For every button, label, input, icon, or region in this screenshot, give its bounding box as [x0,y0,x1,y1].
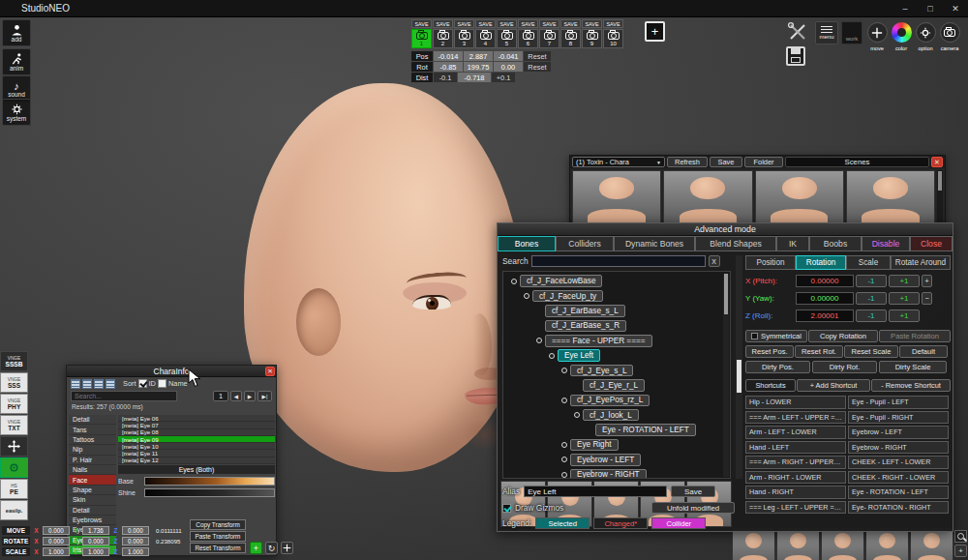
bone-search-input[interactable] [531,255,706,267]
character-thumbnail[interactable] [732,527,775,560]
camera-slot-6[interactable]: 6 [518,29,538,48]
move-gizmo-button[interactable] [281,542,293,554]
quick-save-button[interactable] [786,46,805,66]
symmetrical-toggle[interactable]: Symmetrical [745,330,807,342]
reset-pos-button[interactable]: Reset Pos. [745,345,794,358]
shine-color-bar[interactable] [144,488,275,497]
dirty-rot-button[interactable]: Dirty Rot. [812,361,877,373]
scene-thumbnail[interactable] [846,170,935,223]
mode-tab-rotation[interactable]: Rotation [796,255,846,270]
nav-anim-button[interactable]: anim [2,48,31,75]
reset-rot-button[interactable]: Reset Rot. [795,345,843,358]
category-item[interactable]: Skin [69,495,116,505]
bone-tree-item[interactable]: cf_J_Eye_s_L [570,365,633,377]
shortcut-button[interactable]: Eyebrow - RIGHT [848,441,949,455]
advanced-title[interactable]: Advanced mode [498,223,953,236]
scene-target-dropdown[interactable]: (1) Toxin - Chara▼ [572,157,665,167]
camera-save-button-3[interactable]: SAVE [454,19,474,28]
thumb-add-button[interactable]: + [954,545,967,557]
work-button[interactable]: work [841,21,862,44]
shortcut-button[interactable]: Eye - Pupil - LEFT [848,396,949,409]
scale-y-input[interactable]: 1.000 [82,547,109,556]
shortcut-button[interactable]: === Arm - RIGHT - UPPER === [745,456,846,469]
tab-bones[interactable]: Bones [498,236,556,251]
tool-easilp[interactable]: easilp. [0,500,28,520]
expand-dot-icon[interactable] [536,338,542,343]
camera-save-button-7[interactable]: SAVE [539,19,560,28]
scenes-close-button[interactable]: ✕ [931,157,943,167]
copy-rotation-button[interactable]: Copy Rotation [808,330,878,342]
camera-slot-2[interactable]: 2 [433,29,453,48]
add-keyframe-button[interactable]: + [250,542,262,554]
maximize-button[interactable]: □ [918,1,943,16]
pos-y[interactable]: 2.887 [464,51,493,61]
tab-ik[interactable]: IK [776,236,809,251]
list-item[interactable]: [meta] Eye 12 [118,457,275,464]
rot-reset-button[interactable]: Reset [524,62,551,72]
mode-tab-rotate-around[interactable]: Rotate Around [891,255,951,270]
camera-slot-4[interactable]: 4 [475,29,496,48]
rot-z[interactable]: 0.00 [494,62,523,72]
expand-dot-icon[interactable] [549,353,555,359]
camera-save-button-2[interactable]: SAVE [433,19,453,28]
move-y-input[interactable]: 1.736 [82,526,109,535]
tab-disable[interactable]: Disable [862,236,910,251]
category-item[interactable]: Eyebrows [69,516,116,525]
camera-slot-1[interactable]: 1 [411,29,432,48]
dirty-pos-button[interactable]: Dirty Pos. [745,361,810,373]
move-row-label[interactable]: MOVE [2,526,30,535]
charainfo-close-button[interactable]: ✕ [265,367,275,376]
camera-save-button-1[interactable]: SAVE [411,19,432,28]
shortcut-button[interactable]: CHEEK - RIGHT - LOWER [848,471,949,485]
bone-tree-item[interactable]: cf_J_EarBase_s_R [545,320,626,333]
mode-tab-scale[interactable]: Scale [846,255,891,270]
tab-scenes[interactable]: Scenes [785,157,929,167]
character-thumbnail[interactable] [821,527,864,560]
menu-button[interactable]: menu [815,21,838,44]
shortcut-button[interactable]: === Arm - LEFT - UPPER === [745,411,846,425]
scene-thumbnail[interactable] [755,170,844,223]
y-minus-button[interactable]: -1 [856,292,887,305]
view-grid-icon[interactable] [71,379,80,389]
expand-dot-icon[interactable] [524,293,529,299]
shortcut-button[interactable]: Hand - LEFT [745,441,846,455]
add-shortcut-button[interactable]: + Add Shortcut [797,379,870,392]
camera-save-button-4[interactable]: SAVE [475,19,496,28]
character-thumbnail[interactable] [865,527,909,560]
page-next-button[interactable]: ▶ [244,391,256,401]
tool-hspe[interactable]: HSPE [0,479,28,499]
pos-z[interactable]: -0.041 [494,51,523,61]
tab-close[interactable]: Close [910,236,953,251]
category-header-face[interactable]: Face [69,475,116,485]
move-mode-button[interactable]: move [865,22,889,51]
bone-tree-item-alias[interactable]: Eyebrow - RIGHT [570,469,647,479]
default-button[interactable]: Default [899,345,948,358]
move-z-input[interactable]: 0.000 [122,526,149,535]
shortcut-button[interactable]: Arm - LEFT - LOWER [745,426,846,439]
sort-name-checkbox[interactable] [158,379,166,388]
tab-colliders[interactable]: Colliders [556,236,614,251]
expand-dot-icon[interactable] [561,457,567,462]
x-value-input[interactable]: 0.00000 [796,275,854,287]
remove-shortcut-button[interactable]: - Remove Shortcut [871,379,951,392]
tab-dynamic-bones[interactable]: Dynamic Bones [614,236,695,251]
sort-id-checkbox[interactable] [138,379,147,388]
add-camera-slot-button[interactable]: + [645,21,665,42]
expand-dot-icon[interactable] [511,279,517,284]
category-item[interactable]: P. Hair [69,456,116,465]
bone-tree-item[interactable]: cf_J_Eye_r_L [583,379,645,392]
bone-tree-item-alias[interactable]: Eyebrow - LEFT [570,454,641,466]
camera-save-button-6[interactable]: SAVE [518,19,538,28]
color-button[interactable]: color [890,22,913,51]
category-item[interactable]: Shape [69,486,116,495]
bone-search-clear-button[interactable]: X [709,255,720,267]
category-item[interactable]: Nails [69,465,116,475]
y-value-input[interactable]: 0.00000 [796,292,854,305]
character-thumbnail[interactable] [910,527,953,560]
shortcut-button[interactable]: Hand - RIGHT [745,486,846,499]
z-minus-button[interactable]: -1 [856,309,887,322]
camera-mode-button[interactable]: camera [938,22,961,51]
expand-dot-icon[interactable] [561,472,567,478]
system-tools-icon[interactable] [787,21,808,43]
scene-thumbnail[interactable] [663,170,752,223]
